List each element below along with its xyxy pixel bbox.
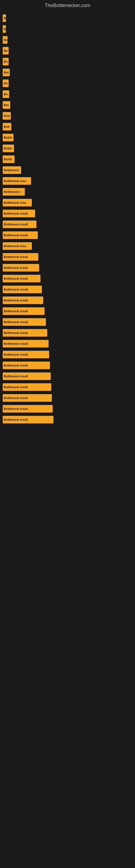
- bar-label: Bottleneck result: [4, 234, 28, 237]
- bar: Bottleneck r: [3, 188, 25, 195]
- bar: Bottleneck result: [3, 286, 42, 293]
- bar-row: Bottleneck result: [3, 307, 132, 315]
- bar-row: Bo: [3, 90, 132, 98]
- bar-label: Bottleneck result: [4, 396, 28, 400]
- bar-row: Bottleneck result: [3, 339, 132, 348]
- bar: Bot: [3, 101, 10, 109]
- bar-row: Bottleneck result: [3, 383, 132, 392]
- bar: Bottleneck resu: [3, 177, 31, 185]
- bar: B: [3, 14, 6, 22]
- bar-row: Bottleneck r: [3, 187, 132, 196]
- bar-label: Bottleneck result: [4, 299, 28, 302]
- bar-label: Bottleneck result: [4, 255, 28, 258]
- bar-row: Bottleneck result: [3, 264, 132, 272]
- bar-row: Bottleneck result: [3, 285, 132, 294]
- bar: Bottleneck result: [3, 264, 39, 272]
- bar: Bottleneck result: [3, 405, 53, 412]
- bars-container: BBBoBoBoBotBoBoBotBottBottBottleBottleBo…: [0, 14, 135, 426]
- bar-label: Bottleneck resu: [4, 244, 26, 248]
- bar: Bo: [3, 90, 9, 98]
- bar-row: B: [3, 25, 132, 33]
- bar: Bottleneck result: [3, 253, 38, 261]
- bar-row: Bottleneck result: [3, 274, 132, 283]
- bar: Bot: [3, 69, 10, 76]
- bar-label: Bottleneck resu: [4, 201, 26, 204]
- bar: Bottleneck result: [3, 362, 50, 369]
- bar-row: Bottleneck result: [3, 329, 132, 337]
- bar-row: Bottleneck result: [3, 404, 132, 413]
- bar-row: Bottleneck result: [3, 318, 132, 326]
- bar-row: Bottleneck result: [3, 361, 132, 370]
- bar-label: Bo: [4, 60, 8, 63]
- bar: Bo: [3, 58, 9, 65]
- bar-label: Bottleneck: [4, 168, 19, 172]
- bar: Bottleneck result: [3, 340, 49, 347]
- bar: Bottleneck result: [3, 394, 52, 402]
- bar-row: Bo: [3, 46, 132, 55]
- bar-row: Bottle: [3, 133, 132, 142]
- bar-label: Bottleneck resu: [4, 179, 26, 183]
- bar: Bottleneck result: [3, 318, 46, 326]
- bar: Bottle: [3, 145, 14, 152]
- bar-label: Bo: [4, 82, 8, 85]
- bar-label: Bottleneck result: [4, 288, 28, 291]
- bar-label: Bottleneck result: [4, 310, 28, 313]
- bar-row: Bot: [3, 101, 132, 109]
- bar-row: Bottleneck resu: [3, 242, 132, 250]
- bar-row: Bottleneck result: [3, 372, 132, 380]
- bar: Bo: [3, 80, 9, 87]
- bar-row: Bottleneck result: [3, 252, 132, 261]
- bar: B: [3, 25, 6, 33]
- bar: Bottleneck: [3, 166, 21, 174]
- bar: Bottleneck result: [3, 372, 51, 380]
- bar: Bo: [3, 47, 9, 55]
- bar-label: Bottleneck result: [4, 385, 28, 389]
- bar-row: Bottleneck result: [3, 394, 132, 402]
- bar-label: Bottleneck result: [4, 331, 28, 335]
- bar-label: Bottleneck result: [4, 320, 28, 323]
- bar-label: Bottle: [4, 136, 12, 139]
- bar-label: Bottleneck r: [4, 190, 21, 193]
- bar: Bott: [3, 123, 11, 130]
- bar-row: Bottleneck resu: [3, 177, 132, 185]
- bar-row: Bottle: [3, 155, 132, 163]
- bar-row: Bo: [3, 35, 132, 44]
- bar-row: Bo: [3, 57, 132, 66]
- bar-label: Bot: [4, 103, 9, 106]
- bar: Bottle: [3, 155, 14, 163]
- bar-label: Bottleneck result: [4, 266, 28, 269]
- bar-label: Bottle: [4, 147, 12, 150]
- bar: Bottleneck resu: [3, 242, 32, 250]
- bar-row: Bot: [3, 68, 132, 77]
- bar: Bo: [3, 36, 8, 44]
- bar-label: Bott: [4, 125, 10, 128]
- bar-row: Bottle: [3, 144, 132, 153]
- bar-row: Bo: [3, 79, 132, 88]
- bar-label: Bottleneck result: [4, 375, 28, 378]
- bar: Bottleneck result: [3, 383, 51, 391]
- bar-label: Bottleneck result: [4, 418, 28, 421]
- bar: Bottleneck result: [3, 416, 53, 424]
- bar-row: Bottleneck result: [3, 209, 132, 218]
- bar: Bottleneck resu: [3, 199, 32, 207]
- bar-label: Bottleneck result: [4, 353, 28, 356]
- bar-label: Bot: [4, 71, 9, 74]
- bar-row: Bottleneck result: [3, 350, 132, 359]
- bar-label: Bottleneck result: [4, 223, 28, 226]
- bar-label: Bottleneck result: [4, 212, 28, 215]
- bar: Bottle: [3, 134, 13, 141]
- bar-label: B: [4, 17, 6, 20]
- bar-label: Bo: [4, 93, 8, 96]
- bar-row: Bottleneck result: [3, 296, 132, 305]
- bar-row: B: [3, 14, 132, 23]
- bar-label: Bottleneck result: [4, 407, 28, 410]
- bar-label: Bott: [4, 114, 10, 118]
- bar: Bottleneck result: [3, 220, 37, 228]
- bar-label: Bottle: [4, 158, 12, 161]
- bar-row: Bott: [3, 112, 132, 120]
- bar: Bottleneck result: [3, 231, 38, 239]
- bar: Bottleneck result: [3, 351, 49, 358]
- bar-row: Bott: [3, 122, 132, 131]
- bar-row: Bottleneck result: [3, 415, 132, 424]
- bar: Bottleneck result: [3, 210, 35, 217]
